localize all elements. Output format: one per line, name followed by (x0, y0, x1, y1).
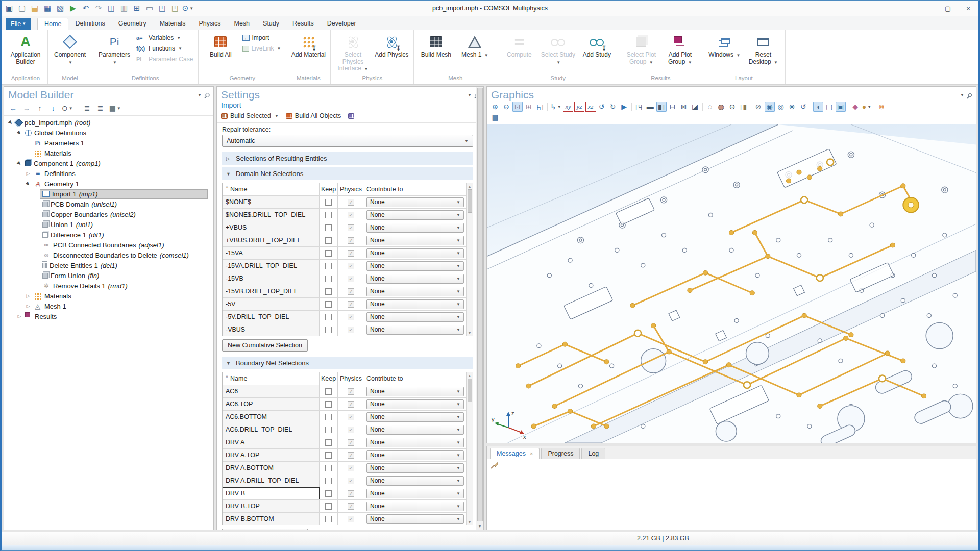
column-header[interactable]: Keep (320, 372, 338, 385)
net-name-cell[interactable]: -15VB (223, 272, 320, 285)
table-scrollbar[interactable]: ▲▼ (466, 183, 473, 336)
tab-geometry[interactable]: Geometry (112, 18, 153, 30)
tree-item[interactable]: Difference 1(dif1) (4, 230, 213, 240)
material-color-icon[interactable]: ◆ (850, 102, 861, 112)
new-cumulative-selection-button[interactable]: New Cumulative Selection (222, 529, 308, 530)
collapsed-toggle-icon[interactable]: ▷ (24, 293, 32, 298)
contribute-to-select[interactable]: None▼ (366, 248, 464, 258)
contribute-to-select[interactable]: None▼ (366, 261, 464, 271)
keep-checkbox[interactable] (325, 388, 332, 395)
paste-icon[interactable]: ▥ (118, 3, 130, 14)
scroll-down-icon[interactable]: ▼ (476, 522, 483, 530)
node-view-icon[interactable]: ▦▼ (109, 103, 121, 113)
contribute-to-select[interactable]: None▼ (366, 299, 464, 309)
net-name-cell[interactable]: -5V (223, 298, 320, 310)
contribute-to-select[interactable]: None▼ (366, 438, 464, 447)
column-header[interactable]: »Name (223, 183, 320, 195)
deselect-box-icon[interactable]: ◍ (716, 102, 726, 112)
movie-camera-icon[interactable]: ▶ (619, 102, 629, 112)
variables-button[interactable]: a=Variables▼ (134, 34, 195, 42)
net-name-cell[interactable]: AC6.TOP (223, 398, 320, 410)
move-up-icon[interactable]: ↑ (35, 103, 45, 113)
brush-select-icon[interactable]: ◨ (739, 102, 749, 112)
panel-menu-icon[interactable]: ▼ (960, 93, 964, 97)
tree-item[interactable]: ▷Materials (4, 291, 213, 301)
tab-results[interactable]: Results (286, 18, 321, 30)
contribute-to-select[interactable]: None▼ (366, 514, 464, 524)
compute-button[interactable]: Compute (500, 33, 538, 60)
tree-item[interactable]: ▶pcb_import.mph(root) (4, 117, 213, 128)
keep-checkbox[interactable] (325, 452, 332, 459)
contribute-to-select[interactable]: None▼ (366, 463, 464, 473)
view-yz-icon[interactable]: yz (574, 102, 584, 112)
deselect-region-icon[interactable]: ◰ (169, 3, 181, 14)
contribute-to-select[interactable]: None▼ (366, 399, 464, 409)
column-header[interactable]: Contribute to (364, 372, 466, 385)
rotate-cw-icon[interactable]: ↻ (608, 102, 618, 112)
wireframe-icon[interactable]: ⊟ (668, 102, 678, 112)
pin-icon[interactable] (205, 92, 210, 97)
zoom-in-icon[interactable]: ⊕ (490, 102, 500, 112)
contribute-to-select[interactable]: None▼ (366, 325, 464, 335)
move-down-icon[interactable]: ↓ (48, 103, 58, 113)
select-region-icon[interactable]: ◳ (157, 3, 168, 14)
column-header[interactable]: »Name (223, 372, 320, 385)
section-domain-net[interactable]: ▼ Domain Net Selections (222, 167, 473, 180)
net-name-cell[interactable]: -VBUS (223, 323, 320, 336)
keep-checkbox[interactable] (325, 516, 332, 522)
expanded-toggle-icon[interactable]: ▶ (15, 129, 24, 137)
find-icon[interactable]: ⊙▼ (182, 3, 193, 14)
column-header[interactable]: Contribute to (364, 183, 466, 195)
contribute-to-select[interactable]: None▼ (366, 476, 464, 486)
functions-button[interactable]: f(x)Functions▼ (134, 44, 195, 53)
net-name-cell[interactable]: -15VA (223, 247, 320, 259)
contribute-to-select[interactable]: None▼ (366, 387, 464, 396)
build-all-objects-button[interactable]: Build All Objects (286, 112, 341, 119)
undo-view-icon[interactable]: ↺ (798, 102, 808, 112)
add-material-button[interactable]: ↧Add Material (289, 33, 327, 60)
net-name-cell[interactable]: DRV A.TOP (223, 449, 320, 461)
net-name-cell[interactable]: -5V.DRILL_TOP_DIEL (223, 311, 320, 323)
contribute-to-select[interactable]: None▼ (366, 210, 464, 220)
tab-definitions[interactable]: Definitions (68, 18, 111, 30)
add-plot-group-button[interactable]: Add Plot Group ▼ (661, 33, 699, 67)
contribute-to-select[interactable]: None▼ (366, 287, 464, 296)
section-resulting-entities[interactable]: ▷ Selections of Resulting Entities (222, 152, 473, 165)
perspective-icon[interactable]: ▣ (836, 102, 846, 112)
keep-checkbox[interactable] (325, 224, 332, 231)
keep-checkbox[interactable] (325, 327, 332, 333)
tab-study[interactable]: Study (256, 18, 286, 30)
reset-desktop-button[interactable]: Reset Desktop ▼ (744, 33, 782, 67)
zoom-extents-icon[interactable]: ⊞ (524, 102, 534, 112)
no-selection-icon[interactable]: ◪ (690, 102, 700, 112)
net-name-cell[interactable]: $NONE$.DRILL_TOP_DIEL (223, 209, 320, 221)
messages-tab-messages[interactable]: Messages× (490, 448, 540, 459)
net-name-cell[interactable]: DRV B.TOP (223, 500, 320, 512)
copy-icon[interactable]: ◫ (106, 3, 117, 14)
zoom-box-icon[interactable]: ⊡ (512, 102, 523, 112)
panel-menu-icon[interactable]: ▼ (468, 93, 472, 97)
file-menu-button[interactable]: File▼ (6, 18, 31, 30)
hide-selected-icon[interactable]: ⊘ (753, 102, 764, 112)
tab-developer[interactable]: Developer (321, 18, 363, 30)
contribute-to-select[interactable]: None▼ (366, 489, 464, 498)
keep-checkbox[interactable] (325, 250, 332, 257)
keep-checkbox[interactable] (325, 478, 332, 484)
net-name-cell[interactable]: DRV B (223, 487, 320, 499)
contribute-to-select[interactable]: None▼ (366, 425, 464, 435)
net-name-cell[interactable]: DRV A.BOTTOM (223, 462, 320, 474)
minimize-button[interactable]: – (917, 1, 938, 15)
show-icon[interactable]: ⊜▼ (61, 103, 74, 113)
select-study-button[interactable]: Select Study ▼ (539, 33, 577, 67)
parameter-case-button[interactable]: PiParameter Case (134, 55, 195, 63)
run-icon[interactable]: ▶ (67, 3, 79, 14)
net-name-cell[interactable]: $NONE$ (223, 196, 320, 208)
view-xz-icon[interactable]: xz (585, 102, 596, 112)
tree-item[interactable]: ▷Definitions (4, 168, 213, 179)
zoom-selected-icon[interactable]: ◱ (535, 102, 545, 112)
net-name-cell[interactable]: DRV A.DRILL_TOP_DIEL (223, 474, 320, 487)
tree-item[interactable]: ▷Results (4, 311, 213, 321)
zoom-selection-icon[interactable]: ⊙ (727, 102, 738, 112)
keep-checkbox[interactable] (325, 401, 332, 408)
contribute-to-select[interactable]: None▼ (366, 502, 464, 511)
